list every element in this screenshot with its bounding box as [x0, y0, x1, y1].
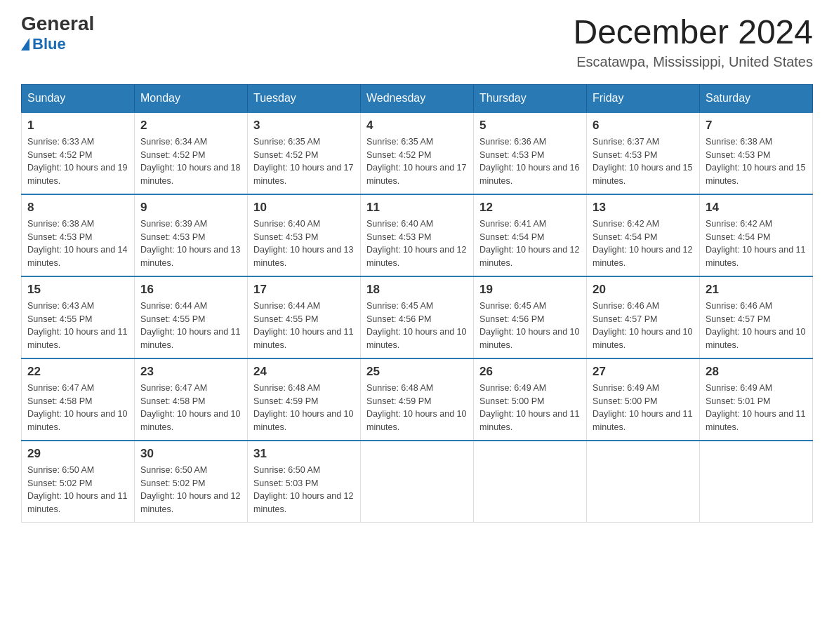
day-info: Sunrise: 6:36 AMSunset: 4:53 PMDaylight:…: [479, 135, 581, 188]
calendar-day-cell: 12Sunrise: 6:41 AMSunset: 4:54 PMDayligh…: [474, 194, 587, 276]
day-info: Sunrise: 6:40 AMSunset: 4:53 PMDaylight:…: [366, 217, 468, 270]
day-number: 1: [27, 119, 128, 133]
calendar-week-row: 8Sunrise: 6:38 AMSunset: 4:53 PMDaylight…: [22, 194, 813, 276]
calendar-day-cell: 18Sunrise: 6:45 AMSunset: 4:56 PMDayligh…: [361, 276, 474, 358]
calendar-day-cell: 17Sunrise: 6:44 AMSunset: 4:55 PMDayligh…: [248, 276, 361, 358]
calendar-day-cell: 30Sunrise: 6:50 AMSunset: 5:02 PMDayligh…: [135, 441, 248, 523]
calendar-week-row: 29Sunrise: 6:50 AMSunset: 5:02 PMDayligh…: [22, 441, 813, 523]
logo-general-text: General: [21, 14, 94, 34]
calendar-day-cell: [474, 441, 587, 523]
day-info: Sunrise: 6:37 AMSunset: 4:53 PMDaylight:…: [593, 135, 694, 188]
day-number: 2: [140, 119, 241, 133]
calendar-day-cell: 22Sunrise: 6:47 AMSunset: 4:58 PMDayligh…: [22, 358, 135, 441]
calendar-day-cell: 15Sunrise: 6:43 AMSunset: 4:55 PMDayligh…: [22, 276, 135, 358]
day-number: 25: [366, 365, 468, 379]
title-section: December 2024 Escatawpa, Mississippi, Un…: [573, 14, 813, 70]
day-number: 5: [479, 119, 581, 133]
page-header: General Blue December 2024 Escatawpa, Mi…: [21, 14, 813, 70]
calendar-day-cell: 2Sunrise: 6:34 AMSunset: 4:52 PMDaylight…: [135, 112, 248, 194]
logo-triangle-icon: [21, 38, 29, 51]
calendar-day-cell: 16Sunrise: 6:44 AMSunset: 4:55 PMDayligh…: [135, 276, 248, 358]
day-number: 29: [27, 447, 128, 461]
day-number: 13: [593, 201, 694, 215]
calendar-day-cell: 24Sunrise: 6:48 AMSunset: 4:59 PMDayligh…: [248, 358, 361, 441]
day-info: Sunrise: 6:40 AMSunset: 4:53 PMDaylight:…: [253, 217, 355, 270]
calendar-header-row: SundayMondayTuesdayWednesdayThursdayFrid…: [22, 84, 813, 112]
day-number: 26: [479, 365, 581, 379]
day-number: 15: [27, 283, 128, 297]
day-of-week-header: Saturday: [700, 84, 813, 112]
day-info: Sunrise: 6:48 AMSunset: 4:59 PMDaylight:…: [253, 382, 355, 434]
calendar-day-cell: 3Sunrise: 6:35 AMSunset: 4:52 PMDaylight…: [248, 112, 361, 194]
day-number: 30: [140, 447, 241, 461]
day-info: Sunrise: 6:44 AMSunset: 4:55 PMDaylight:…: [140, 300, 241, 352]
calendar-day-cell: 26Sunrise: 6:49 AMSunset: 5:00 PMDayligh…: [474, 358, 587, 441]
calendar-day-cell: 6Sunrise: 6:37 AMSunset: 4:53 PMDaylight…: [587, 112, 700, 194]
day-info: Sunrise: 6:43 AMSunset: 4:55 PMDaylight:…: [27, 300, 128, 352]
logo: General Blue: [21, 14, 94, 53]
day-info: Sunrise: 6:39 AMSunset: 4:53 PMDaylight:…: [140, 217, 241, 270]
calendar-day-cell: 23Sunrise: 6:47 AMSunset: 4:58 PMDayligh…: [135, 358, 248, 441]
calendar-day-cell: [587, 441, 700, 523]
day-number: 19: [479, 283, 581, 297]
day-info: Sunrise: 6:45 AMSunset: 4:56 PMDaylight:…: [479, 300, 581, 352]
day-info: Sunrise: 6:49 AMSunset: 5:00 PMDaylight:…: [479, 382, 581, 434]
calendar-day-cell: 1Sunrise: 6:33 AMSunset: 4:52 PMDaylight…: [22, 112, 135, 194]
day-info: Sunrise: 6:35 AMSunset: 4:52 PMDaylight:…: [366, 135, 468, 188]
calendar-day-cell: 20Sunrise: 6:46 AMSunset: 4:57 PMDayligh…: [587, 276, 700, 358]
calendar-day-cell: 7Sunrise: 6:38 AMSunset: 4:53 PMDaylight…: [700, 112, 813, 194]
day-info: Sunrise: 6:50 AMSunset: 5:02 PMDaylight:…: [27, 464, 128, 516]
day-number: 31: [253, 447, 355, 461]
day-number: 3: [253, 119, 355, 133]
day-of-week-header: Sunday: [22, 84, 135, 112]
day-number: 4: [366, 119, 468, 133]
day-info: Sunrise: 6:47 AMSunset: 4:58 PMDaylight:…: [140, 382, 241, 434]
calendar-week-row: 22Sunrise: 6:47 AMSunset: 4:58 PMDayligh…: [22, 358, 813, 441]
calendar-day-cell: 21Sunrise: 6:46 AMSunset: 4:57 PMDayligh…: [700, 276, 813, 358]
day-info: Sunrise: 6:44 AMSunset: 4:55 PMDaylight:…: [253, 300, 355, 352]
day-number: 22: [27, 365, 128, 379]
day-info: Sunrise: 6:33 AMSunset: 4:52 PMDaylight:…: [27, 135, 128, 188]
month-title: December 2024: [573, 14, 813, 51]
calendar-day-cell: [361, 441, 474, 523]
day-info: Sunrise: 6:46 AMSunset: 4:57 PMDaylight:…: [706, 300, 807, 352]
calendar-day-cell: 4Sunrise: 6:35 AMSunset: 4:52 PMDaylight…: [361, 112, 474, 194]
day-number: 28: [706, 365, 807, 379]
day-number: 11: [366, 201, 468, 215]
day-info: Sunrise: 6:38 AMSunset: 4:53 PMDaylight:…: [706, 135, 807, 188]
day-info: Sunrise: 6:41 AMSunset: 4:54 PMDaylight:…: [479, 217, 581, 270]
day-info: Sunrise: 6:35 AMSunset: 4:52 PMDaylight:…: [253, 135, 355, 188]
calendar-day-cell: 27Sunrise: 6:49 AMSunset: 5:00 PMDayligh…: [587, 358, 700, 441]
calendar-day-cell: 31Sunrise: 6:50 AMSunset: 5:03 PMDayligh…: [248, 441, 361, 523]
calendar-day-cell: 14Sunrise: 6:42 AMSunset: 4:54 PMDayligh…: [700, 194, 813, 276]
day-of-week-header: Wednesday: [361, 84, 474, 112]
day-of-week-header: Thursday: [474, 84, 587, 112]
day-info: Sunrise: 6:50 AMSunset: 5:03 PMDaylight:…: [253, 464, 355, 516]
day-number: 18: [366, 283, 468, 297]
calendar-day-cell: 8Sunrise: 6:38 AMSunset: 4:53 PMDaylight…: [22, 194, 135, 276]
day-info: Sunrise: 6:47 AMSunset: 4:58 PMDaylight:…: [27, 382, 128, 434]
day-info: Sunrise: 6:42 AMSunset: 4:54 PMDaylight:…: [593, 217, 694, 270]
day-number: 16: [140, 283, 241, 297]
calendar-day-cell: 9Sunrise: 6:39 AMSunset: 4:53 PMDaylight…: [135, 194, 248, 276]
day-number: 20: [593, 283, 694, 297]
day-info: Sunrise: 6:49 AMSunset: 5:01 PMDaylight:…: [706, 382, 807, 434]
day-info: Sunrise: 6:49 AMSunset: 5:00 PMDaylight:…: [593, 382, 694, 434]
logo-blue-text: Blue: [21, 35, 66, 53]
day-of-week-header: Tuesday: [248, 84, 361, 112]
calendar-day-cell: 29Sunrise: 6:50 AMSunset: 5:02 PMDayligh…: [22, 441, 135, 523]
day-info: Sunrise: 6:46 AMSunset: 4:57 PMDaylight:…: [593, 300, 694, 352]
day-number: 6: [593, 119, 694, 133]
calendar-week-row: 15Sunrise: 6:43 AMSunset: 4:55 PMDayligh…: [22, 276, 813, 358]
location-title: Escatawpa, Mississippi, United States: [573, 54, 813, 70]
day-info: Sunrise: 6:48 AMSunset: 4:59 PMDaylight:…: [366, 382, 468, 434]
calendar-day-cell: 5Sunrise: 6:36 AMSunset: 4:53 PMDaylight…: [474, 112, 587, 194]
day-number: 12: [479, 201, 581, 215]
day-info: Sunrise: 6:45 AMSunset: 4:56 PMDaylight:…: [366, 300, 468, 352]
day-info: Sunrise: 6:50 AMSunset: 5:02 PMDaylight:…: [140, 464, 241, 516]
day-of-week-header: Monday: [135, 84, 248, 112]
day-number: 8: [27, 201, 128, 215]
calendar-day-cell: 13Sunrise: 6:42 AMSunset: 4:54 PMDayligh…: [587, 194, 700, 276]
day-info: Sunrise: 6:34 AMSunset: 4:52 PMDaylight:…: [140, 135, 241, 188]
calendar-day-cell: 28Sunrise: 6:49 AMSunset: 5:01 PMDayligh…: [700, 358, 813, 441]
